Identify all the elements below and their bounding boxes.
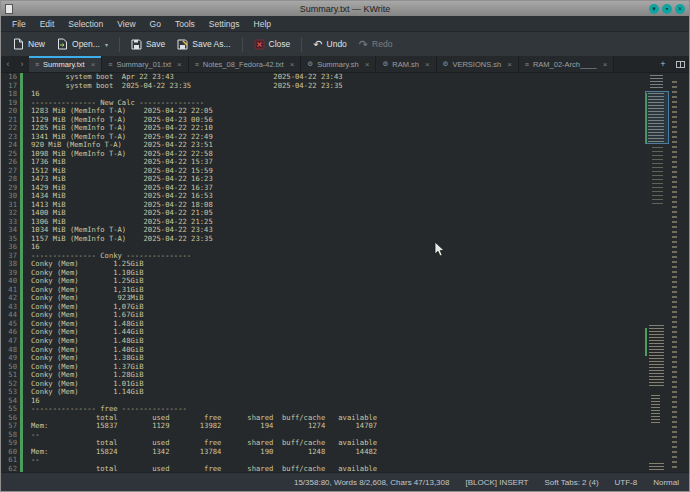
redo-button-label: Redo: [372, 39, 392, 49]
modified-line-bar: [20, 235, 23, 244]
status-encoding[interactable]: UTF-8: [615, 478, 638, 487]
code-text: Mem: 15824 1342 13784 190 1248 14482: [31, 448, 377, 457]
menu-help[interactable]: Help: [247, 19, 278, 29]
modified-line-bar: [20, 252, 23, 261]
new-button[interactable]: New: [7, 35, 51, 53]
code-text: Conky (Mem) 1.14GiB: [31, 388, 144, 397]
menu-edit[interactable]: Edit: [33, 19, 62, 29]
redo-button[interactable]: ↷ Redo: [353, 36, 399, 52]
modified-line-bar: [20, 124, 23, 133]
modified-line-bar: [20, 337, 23, 346]
modified-line-bar: [20, 209, 23, 218]
modified-line-bar: [20, 73, 23, 82]
tab-label: Summary.sh: [317, 60, 359, 69]
status-highlight-mode[interactable]: Normal: [653, 478, 679, 487]
open-button[interactable]: Open... ▾: [51, 35, 114, 53]
modified-line-bar: [20, 99, 23, 108]
minimap-viewport[interactable]: [645, 91, 669, 144]
menu-view[interactable]: View: [110, 19, 142, 29]
modified-line-bar: [20, 448, 23, 457]
tab-Summary.txt[interactable]: ≡Summary.txt×: [29, 56, 102, 72]
editor-line[interactable]: 17 system boot 2025-04-22 23:35 2025-04-…: [1, 82, 689, 91]
menu-file[interactable]: File: [5, 19, 33, 29]
menu-tools[interactable]: Tools: [168, 19, 202, 29]
modified-line-bar: [20, 294, 23, 303]
tab-close-icon[interactable]: ×: [290, 60, 295, 69]
open-button-label: Open...: [72, 39, 100, 49]
modified-line-bar: [20, 192, 23, 201]
tab-label: Summary.txt: [43, 60, 85, 69]
new-button-label: New: [28, 39, 45, 49]
code-text: system boot 2025-04-22 23:35 2025-04-22 …: [31, 82, 343, 91]
modified-line-bar: [20, 184, 23, 193]
code-text: total used free shared buff/cache availa…: [31, 465, 377, 472]
modified-line-bar: [20, 354, 23, 363]
tab-Summary_01.txt[interactable]: ≡Summary_01.txt×: [102, 56, 188, 72]
editor-line[interactable]: 60Mem: 15824 1342 13784 190 1248 14482: [1, 448, 689, 457]
tab-close-icon[interactable]: ×: [365, 60, 370, 69]
titlebar[interactable]: Summary.txt — KWrite ▾▪×: [1, 1, 689, 16]
tab-VERSIONS.sh[interactable]: ⚙VERSIONS.sh×: [437, 56, 519, 72]
tab-RAM.sh[interactable]: ⚙RAM.sh×: [376, 56, 436, 72]
split-view-icon: [676, 61, 685, 68]
tab-label: Notes_08_Fedora-42.txt: [203, 60, 284, 69]
minimap-content: [650, 75, 663, 90]
minimap-scrollbar[interactable]: [645, 73, 669, 472]
text-area[interactable]: 16 system boot Apr 22 23:43 2025-04-22 2…: [1, 73, 689, 472]
tab-close-icon[interactable]: ×: [425, 60, 430, 69]
script-file-icon: ⚙: [443, 60, 449, 68]
minimap-content: [649, 463, 664, 472]
modified-line-bar: [20, 133, 23, 142]
save-as-button[interactable]: Save As...: [171, 36, 236, 53]
close-document-icon: [254, 39, 265, 50]
tab-label: RAM.sh: [392, 60, 419, 69]
minimize-button[interactable]: ▾: [649, 4, 659, 14]
new-document-icon: [13, 38, 24, 50]
tab-close-icon[interactable]: ×: [177, 60, 182, 69]
tabbar: ‹ › ≡Summary.txt×≡Summary_01.txt×≡Notes_…: [1, 56, 689, 73]
editor-view[interactable]: 16 system boot Apr 22 23:43 2025-04-22 2…: [1, 73, 689, 472]
menu-settings[interactable]: Settings: [202, 19, 247, 29]
text-file-icon: ≡: [525, 61, 529, 68]
split-view-button[interactable]: [671, 56, 689, 72]
tab-Summary.sh[interactable]: ⚙Summary.sh×: [301, 56, 376, 72]
editor-line[interactable]: 57Mem: 15837 1129 13982 194 1274 14707: [1, 422, 689, 431]
tab-RAM_02-Arch____[interactable]: ≡RAM_02-Arch____×: [519, 56, 615, 72]
undo-button-label: Undo: [327, 39, 347, 49]
tab-scroll-left-button[interactable]: ‹: [1, 56, 15, 72]
script-file-icon: ⚙: [382, 60, 388, 68]
menu-go[interactable]: Go: [143, 19, 168, 29]
modified-line-bar: [20, 371, 23, 380]
tab-close-icon[interactable]: ×: [91, 60, 96, 69]
toolbar-separator: [242, 37, 243, 52]
tab-close-icon[interactable]: ×: [603, 60, 608, 69]
editor-line[interactable]: 53Conky (Mem) 1.14GiB: [1, 388, 689, 397]
modified-line-bar: [20, 311, 23, 320]
close-button[interactable]: ×: [675, 4, 685, 14]
scrollbar-marks[interactable]: [672, 81, 677, 469]
modified-line-bar: [20, 158, 23, 167]
close-button[interactable]: Close: [248, 36, 297, 53]
status-input-mode[interactable]: [BLOCK] INSERT: [465, 478, 528, 487]
tab-close-icon[interactable]: ×: [507, 60, 512, 69]
line-number: 62: [1, 465, 19, 472]
open-document-icon: [57, 38, 68, 50]
tab-scroll-right-button[interactable]: ›: [15, 56, 29, 72]
editor-line[interactable]: 351157 MiB (MemInfo T-A) 2025-04-22 23:3…: [1, 235, 689, 244]
window-title: Summary.txt — KWrite: [1, 4, 689, 14]
text-file-icon: ≡: [35, 61, 39, 68]
modified-line-bar: [20, 431, 23, 440]
toolbar-separator: [119, 37, 120, 52]
status-tab-mode[interactable]: Soft Tabs: 2 (4): [544, 478, 598, 487]
tab-label: VERSIONS.sh: [452, 60, 501, 69]
editor-line[interactable]: 62 total used free shared buff/cache ava…: [1, 465, 689, 472]
tab-Notes_08_Fedora-42.txt[interactable]: ≡Notes_08_Fedora-42.txt×: [189, 56, 302, 72]
status-cursor-stats[interactable]: 15/358:80, Words 8/2,608, Chars 47/13,30…: [294, 478, 450, 487]
open-dropdown-chevron-icon[interactable]: ▾: [105, 41, 108, 48]
modified-line-bar: [20, 218, 23, 227]
new-tab-button[interactable]: +: [655, 56, 671, 72]
maximize-button[interactable]: ▪: [662, 4, 672, 14]
save-button[interactable]: Save: [125, 36, 171, 53]
menu-selection[interactable]: Selection: [61, 19, 110, 29]
undo-button[interactable]: ↶ Undo: [307, 36, 353, 52]
